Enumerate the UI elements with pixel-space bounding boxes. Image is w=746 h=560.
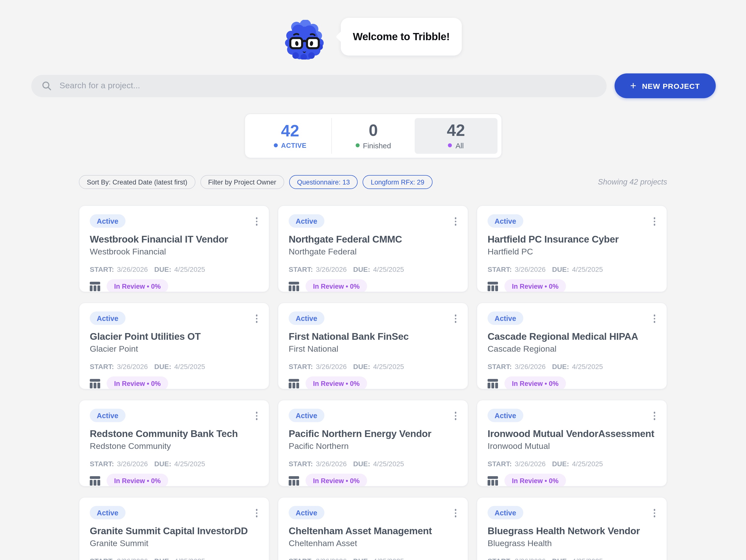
review-status-badge: In Review • 0% [107,279,168,292]
project-card[interactable]: Active Northgate Federal CMMC Northgate … [278,205,468,292]
sort-by-chip[interactable]: Sort By: Created Date (latest first) [79,175,195,189]
project-card[interactable]: Active Ironwood Mutual VendorAssessment … [477,400,667,486]
welcome-header: Welcome to Tribble! [0,0,746,58]
stat-tab-finished[interactable]: 0 Finished [331,118,414,154]
tribble-mascot-logo [284,20,325,59]
review-status-badge: In Review • 0% [107,376,168,389]
project-card[interactable]: Active Westbrook Financial IT Vendor Wes… [79,205,269,292]
project-card[interactable]: Active First National Bank FinSec First … [278,303,468,389]
kebab-menu-icon[interactable] [253,507,260,519]
longform-rfx-filter-chip[interactable]: Longform RFx: 29 [363,175,432,189]
stat-tab-all[interactable]: 42 All [415,118,497,154]
project-company: Pacific Northern [289,442,457,451]
finished-label: Finished [363,141,391,150]
due-label: DUE: [154,460,171,468]
start-label: START: [289,557,313,560]
project-card[interactable]: Active Pacific Northern Energy Vendor Pa… [278,400,468,486]
table-icon [289,476,299,485]
status-badge: Active [90,311,125,325]
start-label: START: [488,265,512,273]
project-card[interactable]: Active Bluegrass Health Network Vendor B… [477,497,667,560]
kebab-menu-icon[interactable] [253,410,260,422]
kebab-menu-icon[interactable] [651,312,658,325]
projects-grid: Active Westbrook Financial IT Vendor Wes… [79,205,667,560]
kebab-menu-icon[interactable] [452,312,459,325]
project-company: Ironwood Mutual [488,442,656,451]
filter-chips: Sort By: Created Date (latest first) Fil… [79,175,432,189]
project-card[interactable]: Active Redstone Community Bank Tech Reds… [79,400,269,486]
status-badge: Active [90,409,125,422]
search-bar [31,75,606,97]
project-title: Bluegrass Health Network Vendor [488,525,656,537]
search-icon [42,81,52,91]
start-label: START: [90,363,114,370]
start-date: 3/26/2026 [515,363,546,370]
search-input[interactable] [31,75,606,97]
project-dates: START: 3/26/2026 DUE: 4/25/2025 [289,265,457,273]
kebab-menu-icon[interactable] [651,507,658,519]
start-date: 3/26/2026 [316,460,347,468]
start-label: START: [488,363,512,370]
project-card[interactable]: Active Granite Summit Capital InvestorDD… [79,497,269,560]
due-label: DUE: [552,460,569,468]
due-label: DUE: [353,363,370,370]
project-card[interactable]: Active Cascade Regional Medical HIPAA Ca… [477,303,667,389]
project-stats-card: 42 ACTIVE 0 Finished 42 All [244,114,502,158]
project-dates: START: 3/26/2026 DUE: 4/25/2025 [488,363,656,370]
due-date: 4/25/2025 [373,557,404,560]
project-dates: START: 3/26/2026 DUE: 4/25/2025 [90,557,258,560]
project-dates: START: 3/26/2026 DUE: 4/25/2025 [90,363,258,370]
table-icon [488,379,498,388]
filter-owner-chip[interactable]: Filter by Project Owner [200,175,284,189]
project-company: Cheltenham Asset [289,539,457,549]
project-title: Cascade Regional Medical HIPAA [488,331,656,342]
due-date: 4/25/2025 [373,265,404,273]
project-dates: START: 3/26/2026 DUE: 4/25/2025 [90,265,258,273]
project-company: Glacier Point [90,344,258,354]
kebab-menu-icon[interactable] [452,410,459,422]
due-label: DUE: [552,363,569,370]
search-toolbar: + NEW PROJECT [31,74,716,98]
review-status-badge: In Review • 0% [306,474,367,486]
kebab-menu-icon[interactable] [651,215,658,227]
project-title: Northgate Federal CMMC [289,234,457,245]
start-label: START: [90,557,114,560]
due-label: DUE: [154,557,171,560]
table-icon [289,281,299,291]
project-card[interactable]: Active Glacier Point Utilities OT Glacie… [79,303,269,389]
kebab-menu-icon[interactable] [651,410,658,422]
welcome-text: Welcome to Tribble! [353,31,450,43]
kebab-menu-icon[interactable] [452,215,459,227]
project-dates: START: 3/26/2026 DUE: 4/25/2025 [488,265,656,273]
project-title: Westbrook Financial IT Vendor [90,234,258,245]
due-date: 4/25/2025 [174,265,205,273]
stat-tab-active[interactable]: 42 ACTIVE [249,118,331,154]
start-label: START: [289,265,313,273]
project-dates: START: 3/26/2026 DUE: 4/25/2025 [289,460,457,468]
filters-row: Sort By: Created Date (latest first) Fil… [79,175,667,189]
kebab-menu-icon[interactable] [253,215,260,227]
table-icon [289,379,299,388]
status-badge: Active [289,311,324,325]
project-company: Granite Summit [90,539,258,549]
kebab-menu-icon[interactable] [452,507,459,519]
projects-dashboard: Welcome to Tribble! + NEW PROJECT 42 ACT… [0,0,746,560]
new-project-button[interactable]: + NEW PROJECT [614,74,716,98]
table-icon [90,476,100,485]
project-company: Northgate Federal [289,247,457,257]
due-label: DUE: [353,557,370,560]
start-date: 3/26/2026 [515,265,546,273]
questionnaire-filter-chip[interactable]: Questionnaire: 13 [289,175,358,189]
active-dot-icon [274,144,278,147]
kebab-menu-icon[interactable] [253,312,260,325]
project-company: Bluegrass Health [488,539,656,549]
project-card[interactable]: Active Hartfield PC Insurance Cyber Hart… [477,205,667,292]
project-dates: START: 3/26/2026 DUE: 4/25/2025 [488,557,656,560]
start-date: 3/26/2026 [316,557,347,560]
all-dot-icon [448,144,452,147]
due-date: 4/25/2025 [572,363,603,370]
due-date: 4/25/2025 [174,460,205,468]
project-card[interactable]: Active Cheltenham Asset Management Chelt… [278,497,468,560]
start-label: START: [289,363,313,370]
project-title: Redstone Community Bank Tech [90,428,258,440]
